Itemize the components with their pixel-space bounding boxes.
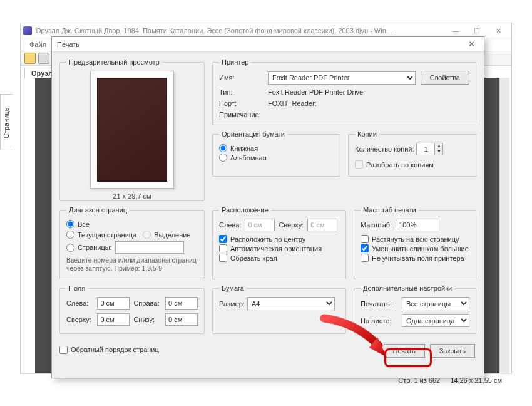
orientation-portrait[interactable]: Книжная <box>219 144 334 152</box>
close-button[interactable]: Закрыть <box>430 344 475 358</box>
printer-group: Принтер Имя: Foxit Reader PDF Printer Св… <box>212 58 476 125</box>
layout-top-label: Сверху: <box>279 221 304 229</box>
close-window-button[interactable]: ✕ <box>488 24 509 37</box>
margin-bottom-input[interactable] <box>165 313 198 326</box>
printer-port-label: Порт: <box>219 100 263 107</box>
layout-crop[interactable]: Обрезать края <box>219 254 339 262</box>
orientation-group: Ориентация бумаги Книжная Альбомная <box>212 130 340 177</box>
preview-group: Предварительный просмотр 21 x 29,7 см <box>59 58 205 201</box>
layout-top-input <box>307 219 337 231</box>
paper-legend: Бумага <box>219 284 247 292</box>
margins-group: Поля Слева: Справа: Сверху: Снизу: <box>59 284 205 334</box>
vertical-scrollbar[interactable] <box>499 78 509 378</box>
scale-stretch[interactable]: Растянуть на всю страницу <box>361 235 469 243</box>
margin-top-input[interactable] <box>97 313 130 326</box>
printer-name-label: Имя: <box>219 74 263 81</box>
collate-checkbox: Разобрать по копиям <box>355 160 469 169</box>
page-range-group: Диапазон страниц Все Текущая страница Вы… <box>59 206 205 279</box>
layout-left-input <box>245 219 275 231</box>
advanced-group: Дополнительные настройки Печатать: Все с… <box>354 284 476 334</box>
preview-book-cover <box>97 78 167 182</box>
layout-center[interactable]: Расположить по центру <box>219 235 339 243</box>
printer-properties-button[interactable]: Свойства <box>421 71 469 85</box>
orientation-landscape[interactable]: Альбомная <box>219 154 334 162</box>
open-icon[interactable] <box>24 53 36 64</box>
dialog-titlebar: Печать ✕ <box>52 37 484 52</box>
range-hint: Введите номера и/или диапазоны страниц ч… <box>66 256 198 273</box>
adv-sheet-label: На листе: <box>361 317 398 325</box>
scale-legend: Масштаб печати <box>361 206 419 214</box>
layout-legend: Расположение <box>219 206 271 214</box>
adv-sheet-select[interactable]: Одна страница <box>402 314 469 327</box>
printer-legend: Принтер <box>219 58 251 66</box>
copies-count-label: Количество копий: <box>355 145 414 153</box>
page-range-legend: Диапазон страниц <box>66 206 130 214</box>
range-current[interactable]: Текущая страница <box>66 231 136 239</box>
range-pages-input[interactable] <box>115 241 184 254</box>
margin-left-input[interactable] <box>97 297 130 310</box>
printer-type-value: Foxit Reader PDF Printer Driver <box>268 88 469 96</box>
margin-bottom-label: Снизу: <box>133 316 161 323</box>
adv-print-select[interactable]: Все страницы <box>402 297 469 310</box>
scale-group: Масштаб печати Масштаб: Растянуть на всю… <box>354 206 476 279</box>
margin-top-label: Сверху: <box>66 316 93 323</box>
adv-print-label: Печатать: <box>361 300 398 308</box>
margin-left-label: Слева: <box>66 299 93 307</box>
layout-left-label: Слева: <box>219 221 241 229</box>
scale-ignore-margins[interactable]: Не учитывать поля принтера <box>361 254 469 262</box>
orientation-legend: Ориентация бумаги <box>219 130 287 138</box>
copies-stepper[interactable]: ▲▼ <box>416 143 443 155</box>
landscape-radio[interactable] <box>219 154 227 162</box>
copies-input[interactable] <box>417 143 434 155</box>
paper-size-select[interactable]: A4 <box>247 297 335 310</box>
copies-group: Копии Количество копий: ▲▼ Разобрать по … <box>348 130 476 177</box>
layout-auto-orient[interactable]: Автоматическая ориентация <box>219 244 339 252</box>
paper-size-label: Размер: <box>219 300 245 308</box>
print-dialog: Печать ✕ Предварительный просмотр 21 x 2… <box>51 36 484 378</box>
minimize-button[interactable]: — <box>445 24 466 37</box>
copies-down-icon[interactable]: ▼ <box>434 149 442 155</box>
range-selection: Выделение <box>143 231 190 239</box>
preview-dimensions: 21 x 29,7 см <box>66 192 198 200</box>
sidebar-tab-pages[interactable]: Страницы <box>0 94 13 150</box>
advanced-legend: Дополнительные настройки <box>361 284 454 292</box>
margin-right-input[interactable] <box>165 297 198 310</box>
scale-label: Масштаб: <box>361 221 392 229</box>
portrait-radio[interactable] <box>219 144 227 152</box>
layout-group: Расположение Слева: Сверху: Расположить … <box>212 206 346 279</box>
printer-name-select[interactable]: Foxit Reader PDF Printer <box>268 71 416 85</box>
preview-page <box>90 71 174 189</box>
menu-file[interactable]: Файл <box>26 39 50 49</box>
copies-up-icon[interactable]: ▲ <box>434 143 442 149</box>
printer-type-label: Тип: <box>219 88 263 96</box>
margin-right-label: Справа: <box>133 299 161 307</box>
margins-legend: Поля <box>66 284 88 292</box>
printer-port-value: FOXIT_Reader: <box>268 100 469 107</box>
copies-legend: Копии <box>355 130 379 138</box>
reverse-order-checkbox[interactable]: Обратный порядок страниц <box>59 346 159 354</box>
range-pages[interactable]: Страницы: <box>66 241 198 254</box>
paper-group: Бумага Размер: A4 <box>212 284 346 334</box>
scale-shrink[interactable]: Уменьшить слишком большие <box>361 244 469 252</box>
dialog-title: Печать <box>57 41 464 48</box>
print-button[interactable]: Печать <box>384 344 425 358</box>
app-icon <box>23 26 32 35</box>
printer-note-label: Примечание: <box>219 111 469 118</box>
window-title: Оруэлл Дж. Скотный Двор. 1984. Памяти Ка… <box>36 27 445 34</box>
scale-input[interactable] <box>396 219 439 231</box>
dialog-close-icon[interactable]: ✕ <box>464 39 479 49</box>
print-icon[interactable] <box>38 53 49 64</box>
maximize-button[interactable]: ☐ <box>466 24 488 37</box>
preview-legend: Предварительный просмотр <box>66 58 162 66</box>
range-all[interactable]: Все <box>66 220 198 228</box>
